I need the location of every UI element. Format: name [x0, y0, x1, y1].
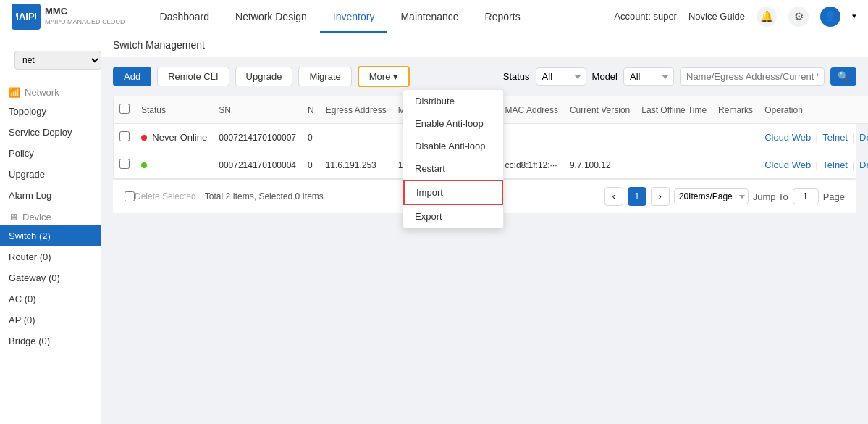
- content-area: Add Remote CLI Upgrade Migrate More ▾ Di…: [101, 57, 868, 222]
- sidebar-item-upgrade[interactable]: Upgrade: [0, 164, 101, 185]
- page-1-btn[interactable]: 1: [628, 187, 646, 206]
- settings-icon[interactable]: ⚙: [788, 7, 809, 27]
- col-remarks: Remarks: [712, 96, 759, 124]
- row-checkbox-1[interactable]: [119, 159, 130, 169]
- logo-icon: MAIPU: [12, 4, 41, 30]
- more-dropdown: Distribute Enable Anti-loop Disable Anti…: [403, 89, 504, 228]
- main-content: Switch Management Add Remote CLI Upgrade…: [101, 33, 868, 424]
- sidebar-item-alarm-log[interactable]: Alarm Log: [0, 185, 101, 206]
- row-status-1: [135, 151, 213, 179]
- filter-area: Status All Model All 🔍: [503, 67, 856, 86]
- status-filter-select[interactable]: All: [536, 67, 586, 86]
- nav-dashboard[interactable]: Dashboard: [147, 0, 223, 33]
- logo: MAIPU MMC MAIPU MANAGED CLOUD: [12, 4, 125, 30]
- sidebar-item-policy[interactable]: Policy: [0, 143, 101, 164]
- search-input[interactable]: [680, 67, 825, 86]
- op-details-1[interactable]: Details: [859, 159, 868, 170]
- dropdown-import[interactable]: Import: [403, 180, 503, 205]
- col-operation: Operation: [759, 96, 868, 124]
- toolbar: Add Remote CLI Upgrade Migrate More ▾ Di…: [113, 66, 856, 87]
- row-egress-1: 11.6.191.253: [320, 151, 392, 179]
- sidebar: net 📶 Network Topology Service Deploy Po…: [0, 33, 101, 424]
- nav-inventory[interactable]: Inventory: [320, 0, 388, 33]
- page-nav: ‹ 1 › 20Items/Page Jump To Page: [604, 187, 845, 206]
- status-filter-label: Status: [503, 71, 530, 82]
- avatar-chevron[interactable]: ▾: [852, 12, 856, 21]
- sidebar-item-router[interactable]: Router (0): [0, 246, 101, 267]
- col-n: N: [302, 96, 320, 124]
- sidebar-item-bridge[interactable]: Bridge (0): [0, 331, 101, 352]
- dropdown-restart[interactable]: Restart: [403, 157, 503, 180]
- row-status-0: Never Online: [135, 124, 213, 151]
- jump-to-area: Jump To Page: [753, 188, 845, 204]
- sidebar-item-switch[interactable]: Switch (2): [0, 225, 101, 246]
- row-ops-1: Cloud Web | Telnet | Details | Delete: [759, 151, 868, 179]
- page-size-select[interactable]: 20Items/Page: [674, 188, 749, 204]
- svg-text:MAIPU: MAIPU: [16, 11, 36, 22]
- sidebar-item-topology[interactable]: Topology: [0, 101, 101, 122]
- remote-cli-button[interactable]: Remote CLI: [157, 67, 229, 86]
- model-filter-select[interactable]: All: [623, 67, 674, 86]
- op-telnet-0[interactable]: Telnet: [822, 132, 848, 143]
- col-last-offline: Last Offline Time: [636, 96, 712, 124]
- delete-selected-btn[interactable]: Delete Selected: [135, 191, 196, 201]
- next-page-btn[interactable]: ›: [651, 187, 670, 206]
- nav-right: Account: super Novice Guide 🔔 ⚙ 👤 ▾: [614, 7, 856, 27]
- more-button[interactable]: More ▾: [358, 66, 410, 87]
- upgrade-button[interactable]: Upgrade: [235, 67, 293, 86]
- row-mac-0: [500, 124, 564, 151]
- op-details-0[interactable]: Details: [859, 132, 868, 143]
- pagination-select-all[interactable]: [125, 191, 135, 201]
- row-checkbox-0[interactable]: [119, 131, 130, 141]
- status-text-0: Never Online: [152, 132, 207, 143]
- top-navigation: MAIPU MMC MAIPU MANAGED CLOUD Dashboard …: [0, 0, 868, 33]
- row-n-1: 0: [302, 151, 320, 179]
- op-cloud-web-0[interactable]: Cloud Web: [764, 132, 811, 143]
- select-all-checkbox[interactable]: [119, 104, 130, 114]
- avatar[interactable]: 👤: [820, 7, 840, 27]
- main-nav: Dashboard Network Design Inventory Maint…: [147, 0, 615, 33]
- page-label: Page: [823, 191, 845, 202]
- jump-to-input[interactable]: [793, 188, 819, 204]
- op-cloud-web-1[interactable]: Cloud Web: [764, 159, 811, 170]
- nav-network-design[interactable]: Network Design: [222, 0, 320, 33]
- more-chevron-icon: ▾: [393, 71, 398, 82]
- network-section-header: 📶 Network: [0, 81, 101, 101]
- sidebar-item-gateway[interactable]: Gateway (0): [0, 267, 101, 288]
- row-n-0: 0: [302, 124, 320, 151]
- nav-maintenance[interactable]: Maintenance: [387, 0, 471, 33]
- account-label[interactable]: Account: super: [614, 11, 677, 22]
- col-version: Current Version: [564, 96, 636, 124]
- col-mac: MAC Address: [500, 96, 564, 124]
- row-sn-1: 0007214170100004: [213, 151, 302, 179]
- main-layout: net 📶 Network Topology Service Deploy Po…: [0, 33, 868, 424]
- novice-guide-link[interactable]: Novice Guide: [688, 11, 745, 22]
- jump-to-label: Jump To: [753, 191, 788, 202]
- search-button[interactable]: 🔍: [830, 67, 856, 86]
- sidebar-item-ac[interactable]: AC (0): [0, 288, 101, 309]
- nav-reports[interactable]: Reports: [472, 0, 534, 33]
- dropdown-distribute[interactable]: Distribute: [403, 90, 503, 112]
- dropdown-enable-anti-loop[interactable]: Enable Anti-loop: [403, 112, 503, 135]
- col-egress: Egress Address: [320, 96, 392, 124]
- net-select[interactable]: net: [14, 51, 101, 70]
- status-dot-1: [141, 162, 147, 168]
- sidebar-item-ap[interactable]: AP (0): [0, 309, 101, 331]
- row-version-0: [564, 124, 636, 151]
- device-icon: 🖥: [9, 212, 18, 223]
- device-section-header: 🖥 Device: [0, 206, 101, 225]
- logo-text: MMC MAIPU MANAGED CLOUD: [45, 6, 125, 27]
- notifications-icon[interactable]: 🔔: [757, 7, 777, 27]
- sidebar-item-service-deploy[interactable]: Service Deploy: [0, 122, 101, 143]
- row-egress-0: [320, 124, 392, 151]
- migrate-button[interactable]: Migrate: [298, 67, 351, 86]
- wifi-icon: 📶: [9, 87, 20, 98]
- op-telnet-1[interactable]: Telnet: [822, 159, 848, 170]
- row-ops-0: Cloud Web | Telnet | Details | Delete: [759, 124, 868, 151]
- row-remarks-1: [712, 151, 759, 179]
- col-sn: SN: [213, 96, 302, 124]
- add-button[interactable]: Add: [113, 67, 151, 86]
- prev-page-btn[interactable]: ‹: [604, 187, 623, 206]
- dropdown-disable-anti-loop[interactable]: Disable Anti-loop: [403, 135, 503, 157]
- dropdown-export[interactable]: Export: [403, 205, 503, 228]
